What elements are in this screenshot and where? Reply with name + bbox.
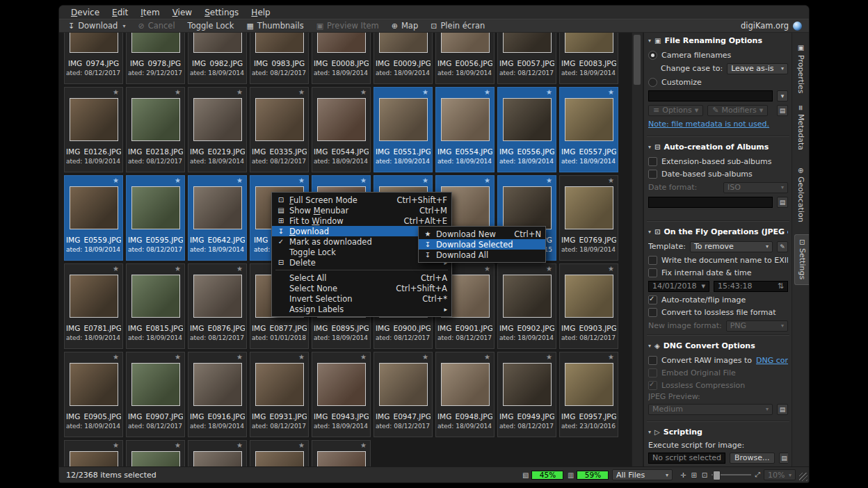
resize-grip[interactable] <box>799 473 807 481</box>
menu-item-select-all[interactable]: Select AllCtrl+A <box>272 273 451 283</box>
lossless-row[interactable]: Convert to lossless file format <box>648 306 788 318</box>
browse-button[interactable]: Browse... <box>730 453 775 464</box>
file-filter-dropdown[interactable]: All Files ▾ <box>612 469 673 480</box>
menu-item-download-all[interactable]: ↧Download All <box>419 250 545 260</box>
convert-raw-row[interactable]: Convert RAW images to DNG container <box>648 354 788 366</box>
thumbnail-r5c3[interactable]: ★ <box>250 440 309 466</box>
thumbnail-img-e0642-jpg[interactable]: ★IMG_E0642.JPGated: 18/09/2014 15 <box>188 175 247 261</box>
thumbnail-img-e0905-jpg[interactable]: ★IMG_E0905.JPGated: 18/09/2014 15 <box>64 352 123 437</box>
options-button[interactable]: ≡ Options ▾ <box>648 105 703 116</box>
rename-pattern-input[interactable] <box>648 90 773 101</box>
thumbnail-img-e0902-jpg[interactable]: ★IMG_E0902.JPGated: 18/09/2014 15 <box>497 263 556 349</box>
thumbnail-r5c2[interactable]: ★ <box>188 440 247 466</box>
toolbar-button-download[interactable]: ↧Download▾ <box>63 19 130 32</box>
script-input[interactable]: No script selected <box>648 453 725 464</box>
toolbar-button-plein-cran[interactable]: ⊡Plein écran <box>426 19 490 32</box>
customize-option[interactable]: Customize <box>648 76 788 88</box>
thumbnail-img-e0083-jpg[interactable]: ★IMG_E0083.JPGated: 18/09/2014 15 <box>559 33 618 84</box>
caret-down-icon[interactable]: ▾ <box>122 23 125 29</box>
checkbox-exif-name[interactable] <box>648 256 657 265</box>
thumbnail-img-e0556-jpg[interactable]: ★IMG_E0556.JPGated: 18/09/2014 15 <box>497 87 556 172</box>
thumbnail-img-e0559-jpg[interactable]: ★IMG_E0559.JPGated: 18/09/2014 15 <box>64 175 123 261</box>
pattern-dropdown-button[interactable]: ▾ <box>777 90 788 101</box>
thumbnail-img-e0544-jpg[interactable]: ★IMG_E0544.JPGated: 18/09/2014 15 <box>312 87 371 172</box>
thumbnail-img-e0008-jpg[interactable]: ★IMG_E0008.JPGated: 18/09/2014 15 <box>312 33 371 84</box>
checkbox-lossless-format[interactable] <box>648 308 657 317</box>
checkbox-lossless-compression[interactable] <box>648 381 657 390</box>
thumbnail-img-e0557-jpg[interactable]: ★IMG_E0557.JPGated: 18/09/2014 15 <box>559 87 618 172</box>
thumbnail-img-e0551-jpg[interactable]: ★IMG_E0551.JPGated: 18/09/2014 15 <box>373 87 433 172</box>
ext-subalbums-row[interactable]: Extension-based sub-albums <box>648 155 788 168</box>
thumbnail-img-e0218-jpg[interactable]: ★IMG_E0218.JPGated: 08/12/2017 18 <box>126 87 185 172</box>
thumbnail-img-e0948-jpg[interactable]: ★IMG_E0948.JPGated: 18/09/2014 15 <box>435 352 495 437</box>
grid-scrollbar-thumb[interactable] <box>634 35 641 85</box>
thumbnail-img-e0907-jpg[interactable]: ★IMG_E0907.JPGated: 08/12/2017 18 <box>126 352 185 437</box>
menu-item-show-menubar[interactable]: ▤Show MenubarCtrl+M <box>272 205 451 215</box>
menu-item-full-screen-mode[interactable]: ⊡Full Screen ModeCtrl+Shift+F <box>272 195 451 205</box>
thumbnail-img-e0949-jpg[interactable]: ★IMG_E0949.JPGated: 08/12/2017 18 <box>497 352 556 437</box>
thumbnail-img-e0335-jpg[interactable]: ★IMG_E0335.JPGated: 08/12/2017 18 <box>250 87 309 172</box>
thumbnail-img-e0781-jpg[interactable]: ★IMG_E0781.JPGated: 18/09/2014 15 <box>64 263 123 349</box>
zoom-level-dropdown[interactable]: 10% ▾ <box>764 469 796 480</box>
thumbnail-img-e0957-jpg[interactable]: ★IMG_E0957.JPGated: 23/10/2016 17 <box>559 352 618 437</box>
menubar-item-device[interactable]: Device <box>65 8 106 17</box>
menubar-item-view[interactable]: View <box>166 8 198 17</box>
fix-date-row[interactable]: Fix internal date & time <box>648 266 788 279</box>
checkbox-ext-subalbums[interactable] <box>648 157 657 166</box>
script-help-button[interactable]: ▤ <box>779 453 788 464</box>
toolbar-button-toggle-lock[interactable]: Toggle Lock <box>183 19 239 32</box>
dng-header[interactable]: ▾ ◈ DNG Convert Options <box>648 339 788 352</box>
toolbar-button-cancel[interactable]: ⊘Cancel <box>133 19 179 32</box>
autorotate-row[interactable]: Auto-rotate/flip image <box>648 293 788 306</box>
menu-item-assign-labels[interactable]: Assign Labels▸ <box>272 304 451 314</box>
rename-help-button[interactable]: ▤ <box>777 105 788 116</box>
dng-info-button[interactable]: ▤ <box>777 404 788 415</box>
thumbnail-img-e0903-jpg[interactable]: ★IMG_E0903.JPGated: 08/12/2017 18 <box>559 263 618 349</box>
menubar-item-item[interactable]: Item <box>134 8 166 17</box>
jpeg-preview-dropdown[interactable]: Medium ▾ <box>648 404 773 415</box>
exif-name-row[interactable]: Write the document name to EXIF <box>648 254 788 266</box>
checkbox-date-subalbums[interactable] <box>648 170 657 179</box>
menu-item-invert-selection[interactable]: Invert SelectionCtrl+* <box>272 293 451 304</box>
thumbnail-r5c0[interactable]: ★ <box>64 440 123 466</box>
menu-item-fit-to-window[interactable]: ⊞Fit to WindowCtrl+Alt+E <box>272 215 451 226</box>
camera-filenames-option[interactable]: Camera filenames <box>648 49 788 61</box>
thumbnail-img-e0554-jpg[interactable]: ★IMG_E0554.JPGated: 18/09/2014 15 <box>435 87 495 172</box>
new-format-dropdown[interactable]: PNG ▾ <box>726 320 788 332</box>
thumbnail-img-e0916-jpg[interactable]: ★IMG_E0916.JPGated: 18/09/2014 15 <box>188 352 247 437</box>
tab-metadata[interactable]: ≡Metadata <box>794 101 808 154</box>
thumbnail-img-0982-jpg[interactable]: ★IMG_0982.JPGated: 18/09/2014 15 <box>188 33 247 84</box>
modifiers-button[interactable]: ✎ Modifiers ▾ <box>707 105 768 116</box>
date-format-help-button[interactable]: ▤ <box>777 197 788 208</box>
checkbox-convert-raw[interactable] <box>648 356 657 365</box>
menubar-item-help[interactable]: Help <box>245 8 276 17</box>
date-format-dropdown[interactable]: ISO ▾ <box>723 182 788 193</box>
zoom-1to1-icon[interactable]: ⊡ <box>702 471 707 479</box>
thumbnail-img-e0595-jpg[interactable]: ★IMG_E0595.JPGated: 08/12/2017 18 <box>126 175 185 261</box>
thumbnail-img-e0876-jpg[interactable]: ★IMG_E0876.JPGated: 08/12/2017 18 <box>188 263 247 349</box>
thumbnail-img-e0056-jpg[interactable]: ★IMG_E0056.JPGated: 18/09/2014 15 <box>435 33 495 84</box>
template-edit-button[interactable]: ✎ <box>777 241 788 252</box>
thumbnail-r5c4[interactable]: ★ <box>312 440 371 466</box>
thumbnail-img-e0943-jpg[interactable]: ★IMG_E0943.JPGated: 18/09/2014 15 <box>312 352 371 437</box>
date-subalbums-row[interactable]: Date-based sub-albums <box>648 168 788 180</box>
thumbnail-img-e0769-jpg[interactable]: ★IMG_E0769.JPGated: 18/09/2014 15 <box>559 175 618 261</box>
albums-header[interactable]: ▾ ⊟ Auto-creation of Albums <box>648 140 788 153</box>
tab-settings[interactable]: ⊡Settings <box>794 234 809 285</box>
tab-properties[interactable]: ▣Properties <box>794 40 808 98</box>
thumbnail-r5c1[interactable]: ★ <box>126 440 185 466</box>
thumbnail-img-e0947-jpg[interactable]: ★IMG_E0947.JPGated: 08/12/2017 18 <box>373 352 433 437</box>
thumbnail-img-0974-jpg[interactable]: ★IMG_0974.JPGated: 08/12/2017 18 <box>64 33 123 84</box>
checkbox-embed-original[interactable] <box>648 368 657 377</box>
thumbnail-img-e0126-jpg[interactable]: ★IMG_E0126.JPGated: 18/09/2014 15 <box>64 87 123 172</box>
thumbnail-img-0983-jpg[interactable]: ★IMG_0983.JPGated: 08/12/2017 18 <box>250 33 309 84</box>
toolbar-button-preview-item[interactable]: ▣Preview Item <box>312 19 384 32</box>
change-case-dropdown[interactable]: Leave as-is ▾ <box>727 63 788 74</box>
grid-scrollbar[interactable] <box>632 33 643 466</box>
thumbnail-img-e0057-jpg[interactable]: ★IMG_E0057.JPGated: 08/12/2017 18 <box>497 33 556 84</box>
template-dropdown[interactable]: To remove ▾ <box>690 241 773 252</box>
checkbox-autorotate[interactable] <box>648 295 657 304</box>
dng-container-link[interactable]: DNG container <box>756 356 788 365</box>
time-input[interactable]: 15:43:18 ⇅ <box>714 281 788 292</box>
metadata-note-link[interactable]: Note: file metadata is not used. <box>648 120 769 129</box>
